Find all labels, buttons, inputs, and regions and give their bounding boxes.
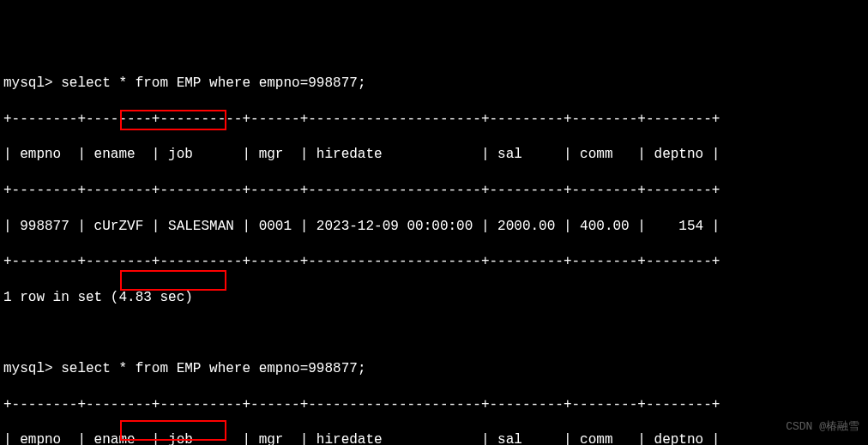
table-border-bot-1: +--------+--------+----------+------+---… xyxy=(3,253,865,271)
table-border-mid-1: +--------+--------+----------+------+---… xyxy=(3,182,865,200)
table-header-1: | empno | ename | job | mgr | hiredate |… xyxy=(3,146,865,164)
highlight-timing-2 xyxy=(120,270,226,291)
table-border-top-1: +--------+--------+----------+------+---… xyxy=(3,111,865,129)
mysql-prompt: mysql> xyxy=(3,361,53,376)
watermark: CSDN @椿融雪 xyxy=(786,420,859,435)
sql-query: select * from EMP where empno=998877; xyxy=(61,75,365,91)
result-line-1: 1 row in set (4.83 sec) xyxy=(3,289,865,307)
query-line-2: mysql> select * from EMP where empno=998… xyxy=(3,360,865,378)
mysql-prompt: mysql> xyxy=(3,75,53,91)
sql-query: select * from EMP where empno=998877; xyxy=(61,361,365,376)
table-row-1: | 998877 | cUrZVF | SALESMAN | 0001 | 20… xyxy=(3,218,865,236)
table-header-2: | empno | ename | job | mgr | hiredate |… xyxy=(3,431,865,445)
table-border-top-2: +--------+--------+----------+------+---… xyxy=(3,396,865,414)
blank-line xyxy=(3,324,865,342)
query-line-1: mysql> select * from EMP where empno=998… xyxy=(3,75,865,93)
timing-1: (4.83 sec) xyxy=(111,290,193,305)
result-prefix: 1 row in set xyxy=(3,290,111,305)
